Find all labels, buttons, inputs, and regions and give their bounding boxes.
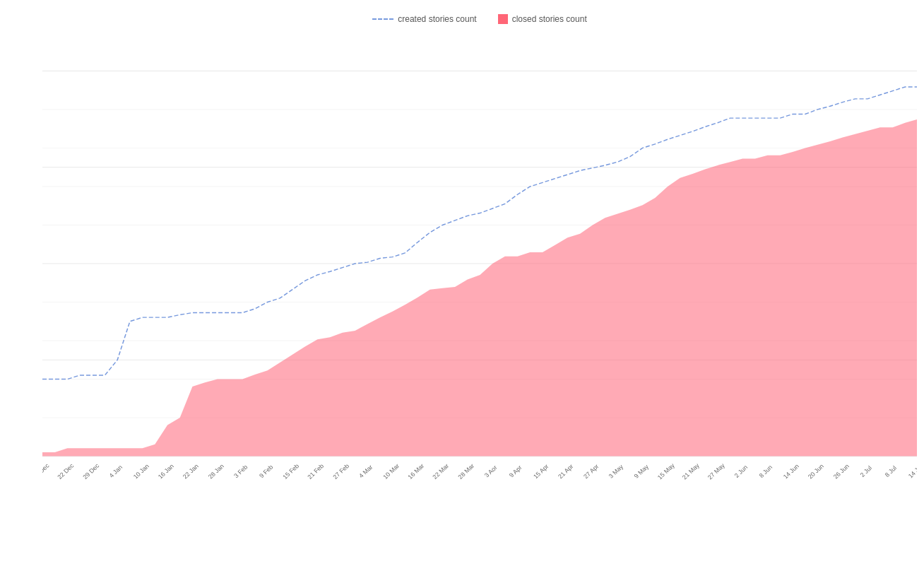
svg-text:3 Aor: 3 Aor: [483, 464, 499, 479]
svg-text:15 May: 15 May: [656, 461, 677, 481]
svg-text:22 Dec: 22 Dec: [56, 462, 76, 481]
closed-area: [42, 119, 917, 457]
legend-closed-label: closed stories count: [512, 14, 587, 24]
svg-text:28 Jan: 28 Jan: [207, 463, 225, 481]
svg-text:2 Jul: 2 Jul: [858, 464, 873, 478]
svg-text:14 Jun: 14 Jun: [782, 463, 800, 481]
legend-created: created stories count: [372, 14, 476, 24]
svg-text:21 Feb: 21 Feb: [306, 462, 325, 481]
svg-text:3 May: 3 May: [608, 463, 625, 480]
svg-text:2 Jun: 2 Jun: [733, 464, 749, 479]
svg-text:27 Feb: 27 Feb: [331, 462, 350, 481]
svg-text:20 Jun: 20 Jun: [807, 463, 825, 481]
svg-text:4 Jan: 4 Jan: [107, 464, 124, 479]
svg-text:21 Apr: 21 Apr: [557, 463, 575, 480]
svg-text:17 Dec: 17 Dec: [42, 462, 51, 481]
svg-text:27 Apr: 27 Apr: [582, 463, 600, 480]
svg-text:8 Jul: 8 Jul: [883, 464, 898, 478]
legend-created-icon: [372, 18, 393, 20]
svg-text:16 Jan: 16 Jan: [157, 463, 175, 481]
svg-text:9 Feb: 9 Feb: [258, 464, 275, 479]
svg-text:10 Mar: 10 Mar: [381, 462, 401, 481]
svg-text:27 May: 27 May: [706, 461, 727, 481]
svg-text:14 Jul: 14 Jul: [907, 464, 917, 480]
svg-text:22 Mar: 22 Mar: [431, 462, 450, 481]
legend-created-label: created stories count: [398, 14, 476, 24]
svg-text:29 Dec: 29 Dec: [81, 462, 101, 481]
svg-text:16 Mar: 16 Mar: [406, 462, 425, 481]
svg-text:21 May: 21 May: [681, 461, 701, 481]
chart-container: created stories count closed stories cou…: [0, 0, 924, 571]
svg-text:10 Jan: 10 Jan: [132, 463, 150, 481]
svg-text:26 Jun: 26 Jun: [832, 463, 851, 481]
legend-closed-icon: [498, 14, 508, 24]
svg-text:9 Apr: 9 Apr: [508, 464, 523, 479]
svg-text:28 Mar: 28 Mar: [456, 462, 475, 481]
chart-legend: created stories count closed stories cou…: [42, 14, 917, 24]
svg-text:15 Feb: 15 Feb: [281, 462, 300, 481]
svg-text:9 May: 9 May: [633, 463, 651, 480]
svg-text:22 Jan: 22 Jan: [182, 463, 200, 481]
svg-text:8 Jun: 8 Jun: [757, 464, 774, 479]
svg-text:3 Feb: 3 Feb: [232, 464, 249, 479]
svg-text:15 Apr: 15 Apr: [532, 463, 550, 480]
chart-svg: 0 25 50 75 100 17 Dec: [42, 31, 917, 496]
legend-closed: closed stories count: [498, 14, 587, 24]
svg-text:4 Mar: 4 Mar: [357, 464, 374, 479]
